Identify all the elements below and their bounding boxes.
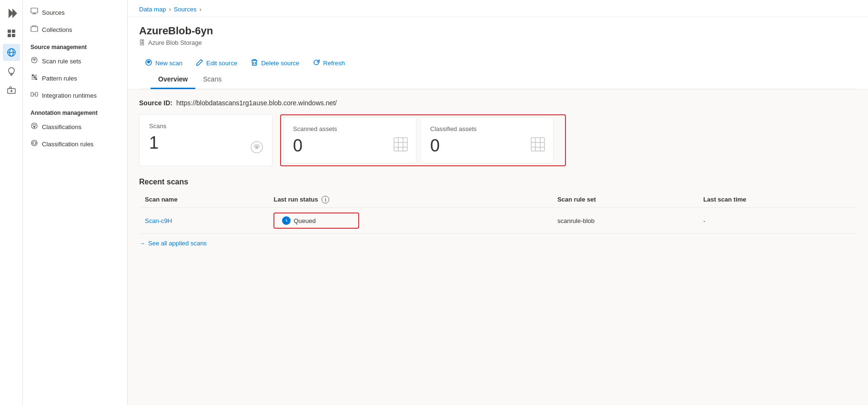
- scanned-assets-card-value: 0: [293, 136, 406, 155]
- page-title: AzureBlob-6yn: [139, 25, 857, 37]
- breadcrumb-sep-2: ›: [199, 6, 201, 13]
- source-id-row: Source ID: https://blobdatascans1rg1ause…: [139, 99, 857, 107]
- classified-assets-card-value: 0: [430, 136, 544, 155]
- svg-point-29: [33, 142, 36, 144]
- scanned-assets-stat-card: Scanned assets 0: [283, 117, 416, 163]
- sidebar-item-classification-rules-label: Classification rules: [42, 141, 93, 148]
- new-scan-button[interactable]: New scan: [139, 56, 188, 71]
- insights-nav-icon[interactable]: [3, 63, 20, 80]
- new-scan-icon: [145, 59, 152, 68]
- last-run-status-info-icon[interactable]: i: [322, 196, 329, 203]
- svg-rect-23: [31, 92, 33, 96]
- sidebar-item-classification-rules[interactable]: Classification rules: [23, 135, 127, 152]
- svg-point-10: [10, 90, 12, 92]
- breadcrumb-sep-1: ›: [169, 6, 171, 13]
- col-last-run-status: Last run status i: [268, 192, 551, 208]
- sidebar-item-collections-label: Collections: [42, 26, 72, 33]
- status-queued: Queued: [282, 216, 343, 225]
- breadcrumb: Data map › Sources ›: [128, 0, 868, 17]
- new-scan-label: New scan: [155, 60, 182, 67]
- expand-collapse-button[interactable]: [4, 6, 19, 21]
- tab-scans[interactable]: Scans: [195, 71, 229, 89]
- scan-name-cell: Scan-c9H: [139, 208, 268, 234]
- page-subtitle: 🗄 Azure Blob Storage: [139, 39, 857, 46]
- edit-source-button[interactable]: Edit source: [190, 56, 243, 71]
- sidebar-item-integration-runtimes[interactable]: Integration runtimes: [23, 87, 127, 104]
- blob-storage-icon: 🗄: [139, 39, 145, 46]
- queued-status-icon: [282, 216, 291, 225]
- refresh-button[interactable]: Refresh: [307, 56, 351, 71]
- see-all-arrow-icon: →: [139, 240, 145, 247]
- management-nav-icon[interactable]: [3, 82, 20, 99]
- icon-rail: [0, 0, 23, 405]
- collections-icon: [30, 25, 38, 34]
- scans-card-value: 1: [149, 133, 262, 152]
- svg-rect-11: [31, 8, 38, 13]
- sidebar-item-pattern-rules[interactable]: Pattern rules: [23, 70, 127, 87]
- pattern-rules-icon: [30, 73, 38, 83]
- refresh-icon: [313, 59, 320, 68]
- last-run-status-cell: Queued: [268, 208, 551, 234]
- source-management-section-label: Source management: [23, 38, 127, 52]
- scan-rule-set-cell: scanrule-blob: [552, 208, 697, 234]
- scan-name-link[interactable]: Scan-c9H: [145, 217, 172, 224]
- last-scan-time-cell: -: [697, 208, 857, 234]
- classifications-icon: [30, 122, 38, 132]
- svg-rect-36: [394, 138, 407, 151]
- scans-card-title: Scans: [149, 122, 262, 130]
- annotation-management-section-label: Annotation management: [23, 104, 127, 118]
- scan-rule-sets-icon: [30, 56, 38, 66]
- source-id-label: Source ID:: [139, 99, 172, 107]
- classified-assets-stat-card: Classified assets 0: [420, 117, 554, 163]
- refresh-label: Refresh: [323, 60, 345, 67]
- page-subtitle-text: Azure Blob Storage: [148, 39, 202, 46]
- breadcrumb-data-map[interactable]: Data map: [139, 6, 166, 13]
- tabs: Overview Scans: [139, 71, 857, 89]
- source-id-value: https://blobdatascans1rg1ause.blob.core.…: [176, 99, 337, 107]
- svg-rect-14: [31, 27, 38, 31]
- recent-scans-section: Recent scans Scan name Last run status i…: [139, 178, 857, 247]
- stats-row: Scans 1 Scanned assets 0 Classified asse…: [139, 114, 857, 166]
- sources-icon: [30, 8, 38, 17]
- col-scan-name: Scan name: [139, 192, 268, 208]
- data-map-nav-icon[interactable]: [3, 44, 20, 61]
- delete-source-button[interactable]: Delete source: [245, 56, 305, 71]
- svg-point-22: [36, 79, 37, 80]
- content-area: Source ID: https://blobdatascans1rg1ause…: [128, 90, 868, 256]
- delete-source-label: Delete source: [261, 60, 299, 67]
- breadcrumb-sources[interactable]: Sources: [174, 6, 197, 13]
- classified-assets-card-title: Classified assets: [430, 125, 544, 132]
- delete-source-icon: [251, 59, 258, 68]
- sidebar-item-classifications-label: Classifications: [42, 123, 81, 131]
- svg-rect-41: [531, 138, 545, 151]
- scans-table: Scan name Last run status i Scan rule se…: [139, 192, 857, 234]
- edit-source-label: Edit source: [206, 60, 237, 67]
- svg-rect-3: [12, 34, 15, 37]
- sidebar-item-collections[interactable]: Collections: [23, 21, 127, 38]
- svg-rect-1: [12, 30, 15, 33]
- svg-rect-2: [8, 34, 11, 37]
- scanned-assets-card-title: Scanned assets: [293, 125, 406, 132]
- see-all-scans-link[interactable]: → See all applied scans: [139, 240, 857, 247]
- integration-runtimes-icon: [30, 91, 38, 100]
- svg-point-27: [34, 126, 35, 128]
- sidebar-item-sources-label: Sources: [42, 9, 65, 16]
- scans-card-icon: [249, 140, 264, 158]
- data-catalog-nav-icon[interactable]: [3, 25, 20, 42]
- recent-scans-title: Recent scans: [139, 178, 857, 186]
- sidebar-item-pattern-rules-label: Pattern rules: [42, 75, 77, 82]
- queued-status-label: Queued: [293, 217, 315, 224]
- classification-rules-icon: [30, 139, 38, 149]
- sidebar-item-sources[interactable]: Sources: [23, 4, 127, 21]
- table-row: Scan-c9H Queued: [139, 208, 857, 234]
- col-scan-rule-set: Scan rule set: [552, 192, 697, 208]
- sidebar-item-scan-rule-sets[interactable]: Scan rule sets: [23, 52, 127, 70]
- highlighted-stats-box: Scanned assets 0 Classified assets 0: [280, 114, 566, 166]
- scanned-assets-card-icon: [393, 137, 408, 155]
- svg-point-33: [148, 62, 150, 63]
- page-header: AzureBlob-6yn 🗄 Azure Blob Storage New s…: [128, 17, 868, 90]
- sidebar: Sources Collections Source management Sc…: [23, 0, 128, 405]
- scans-stat-card: Scans 1: [139, 114, 273, 166]
- tab-overview[interactable]: Overview: [151, 71, 195, 89]
- sidebar-item-classifications[interactable]: Classifications: [23, 118, 127, 135]
